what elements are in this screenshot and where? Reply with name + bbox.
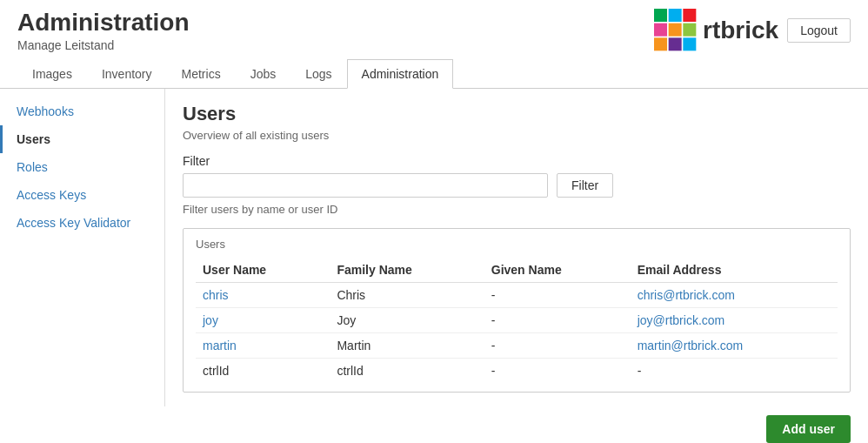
email-link[interactable]: joy@rtbrick.com — [638, 313, 725, 327]
main-content: Users Overview of all existing users Fil… — [165, 89, 868, 406]
email-cell: chris@rtbrick.com — [631, 283, 838, 308]
tab-metrics[interactable]: Metrics — [167, 59, 236, 89]
content-subtitle: Overview of all existing users — [183, 129, 851, 142]
svg-rect-5 — [654, 9, 667, 22]
col-username: User Name — [196, 258, 330, 283]
table-row: joyJoy-joy@rtbrick.com — [196, 308, 838, 333]
svg-rect-4 — [669, 37, 682, 50]
username-cell: ctrlId — [196, 359, 330, 384]
given-name-cell: - — [484, 283, 631, 308]
rtbrick-logo-icon — [654, 9, 698, 52]
logout-button[interactable]: Logout — [787, 18, 851, 43]
filter-label: Filter — [183, 154, 851, 168]
email-link[interactable]: martin@rtbrick.com — [638, 339, 744, 352]
svg-rect-0 — [654, 23, 667, 37]
family-name-cell: Joy — [330, 308, 484, 333]
svg-rect-2 — [669, 23, 682, 37]
table-row: ctrlIdctrlId-- — [196, 359, 838, 384]
sidebar-item-webhooks[interactable]: Webhooks — [0, 97, 164, 125]
tab-images[interactable]: Images — [17, 59, 87, 89]
table-row: martinMartin-martin@rtbrick.com — [196, 333, 838, 359]
user-link[interactable]: martin — [203, 339, 237, 352]
tab-inventory[interactable]: Inventory — [87, 59, 167, 89]
svg-rect-6 — [683, 9, 696, 22]
footer-bar: Add user — [0, 406, 868, 443]
rtbrick-logo-text: rtbrick — [703, 17, 778, 44]
page-title: Administration — [17, 9, 190, 37]
family-name-cell: Chris — [330, 283, 484, 308]
tab-administration[interactable]: Administration — [347, 59, 454, 89]
family-name-cell: Martin — [330, 333, 484, 359]
email-cell: - — [631, 359, 838, 384]
given-name-cell: - — [484, 359, 631, 384]
sidebar-item-access-keys[interactable]: Access Keys — [0, 181, 164, 209]
family-name-cell: ctrlId — [330, 359, 484, 384]
col-given-name: Given Name — [484, 258, 631, 283]
nav-tabs: Images Inventory Metrics Jobs Logs Admin… — [0, 59, 868, 89]
page-subtitle: Manage Leitstand — [17, 38, 190, 52]
tab-jobs[interactable]: Jobs — [236, 59, 291, 89]
svg-rect-7 — [654, 37, 667, 50]
email-cell: joy@rtbrick.com — [631, 308, 838, 333]
filter-hint: Filter users by name or user ID — [183, 203, 851, 216]
email-cell: martin@rtbrick.com — [631, 333, 838, 359]
users-box: Users User Name Family Name Given Name E… — [183, 228, 851, 393]
svg-rect-3 — [683, 23, 696, 37]
sidebar-item-access-key-validator[interactable]: Access Key Validator — [0, 209, 164, 237]
filter-button[interactable]: Filter — [557, 173, 613, 198]
svg-rect-1 — [669, 9, 682, 22]
add-user-button[interactable]: Add user — [766, 415, 851, 443]
sidebar-item-users[interactable]: Users — [0, 125, 164, 153]
users-table: User Name Family Name Given Name Email A… — [196, 258, 838, 383]
sidebar-item-roles[interactable]: Roles — [0, 153, 164, 181]
given-name-cell: - — [484, 333, 631, 359]
col-email: Email Address — [631, 258, 838, 283]
user-link[interactable]: chris — [203, 288, 229, 302]
email-link[interactable]: chris@rtbrick.com — [638, 288, 735, 302]
filter-input[interactable] — [183, 173, 548, 198]
table-row: chrisChris-chris@rtbrick.com — [196, 283, 838, 308]
users-box-title: Users — [196, 238, 838, 251]
tab-logs[interactable]: Logs — [290, 59, 346, 89]
sidebar: Webhooks Users Roles Access Keys Access … — [0, 89, 165, 406]
col-family-name: Family Name — [330, 258, 484, 283]
svg-rect-8 — [683, 37, 696, 50]
content-title: Users — [183, 103, 851, 125]
given-name-cell: - — [484, 308, 631, 333]
user-link[interactable]: joy — [203, 313, 218, 327]
